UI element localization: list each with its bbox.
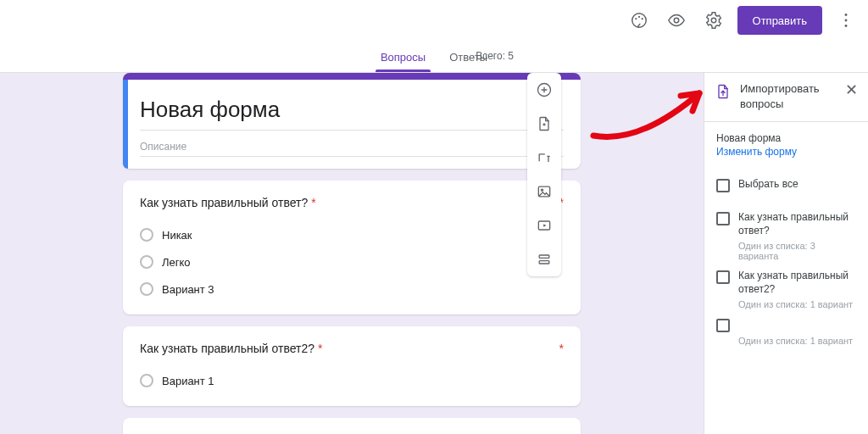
question-card[interactable]: Как узнать правильный ответ?* * Никак Ле… bbox=[123, 181, 581, 314]
close-icon[interactable]: ✕ bbox=[843, 81, 860, 98]
import-item-meta: Один из списка: 3 варианта bbox=[738, 241, 856, 261]
import-item-meta: Один из списка: 1 вариант bbox=[738, 336, 856, 346]
import-item-checkbox[interactable] bbox=[716, 212, 730, 225]
add-section-icon[interactable] bbox=[527, 242, 561, 276]
radio-icon bbox=[140, 374, 153, 387]
source-form-name: Новая форма bbox=[716, 132, 856, 144]
preview-icon[interactable] bbox=[659, 3, 693, 37]
question-title: Как узнать правильный ответ2? bbox=[140, 342, 314, 355]
radio-icon bbox=[140, 255, 153, 269]
option-label: Легко bbox=[162, 256, 191, 269]
option-label: Никак bbox=[162, 229, 192, 242]
option-label: Вариант 3 bbox=[162, 283, 214, 296]
tab-questions[interactable]: Вопросы bbox=[379, 51, 427, 72]
import-panel: Импортировать вопросы ✕ Новая форма Изме… bbox=[704, 73, 868, 434]
option-row[interactable]: Вариант 3 bbox=[140, 275, 564, 303]
palette-icon[interactable] bbox=[622, 3, 656, 37]
svg-rect-13 bbox=[539, 255, 549, 258]
import-questions-icon[interactable] bbox=[527, 107, 561, 141]
question-card[interactable]: Как узнать правильный ответ2?* * Вариант… bbox=[123, 326, 581, 406]
option-row[interactable]: Легко bbox=[140, 248, 564, 275]
svg-point-1 bbox=[635, 18, 637, 19]
import-item-title: Как узнать правильный ответ? bbox=[738, 211, 856, 237]
required-star: * bbox=[318, 342, 322, 355]
import-item-title: Как узнать правильный ответ2? bbox=[738, 270, 856, 296]
title-card[interactable]: Новая форма Описание bbox=[123, 73, 581, 169]
add-title-icon[interactable] bbox=[527, 141, 561, 175]
import-icon bbox=[715, 83, 732, 100]
change-form-link[interactable]: Изменить форму bbox=[716, 146, 856, 158]
select-all-checkbox[interactable] bbox=[716, 179, 730, 192]
svg-point-4 bbox=[674, 18, 679, 23]
svg-rect-14 bbox=[539, 261, 549, 264]
svg-point-8 bbox=[845, 25, 848, 27]
import-item-checkbox[interactable] bbox=[716, 270, 730, 284]
import-item-meta: Один из списка: 1 вариант bbox=[738, 299, 856, 309]
svg-point-5 bbox=[711, 18, 716, 23]
panel-title: Импортировать вопросы bbox=[740, 81, 834, 111]
tab-bar: Вопросы Ответы Всего: 5 bbox=[0, 41, 868, 73]
required-star: * bbox=[311, 196, 315, 209]
header: Отправить bbox=[0, 0, 868, 41]
option-label: Вариант 1 bbox=[162, 375, 214, 387]
radio-icon bbox=[140, 228, 153, 242]
question-card[interactable]: Вопрос Вариант 1 bbox=[123, 418, 581, 434]
option-row[interactable]: Никак bbox=[140, 221, 564, 248]
send-button[interactable]: Отправить bbox=[737, 6, 822, 35]
option-row[interactable]: Вариант 1 bbox=[140, 367, 564, 394]
form-title[interactable]: Новая форма bbox=[140, 95, 564, 131]
select-all-label: Выбрать все bbox=[738, 178, 798, 192]
form-description[interactable]: Описание bbox=[140, 136, 564, 157]
floating-toolbar bbox=[527, 73, 561, 276]
workspace: Новая форма Описание Как узнать правильн… bbox=[0, 73, 704, 434]
total-count: Всего: 5 bbox=[476, 50, 514, 62]
add-image-icon[interactable] bbox=[527, 175, 561, 209]
svg-point-6 bbox=[845, 14, 848, 16]
svg-point-7 bbox=[845, 19, 848, 22]
import-item-checkbox[interactable] bbox=[716, 319, 730, 332]
required-indicator: * bbox=[559, 342, 564, 355]
add-video-icon[interactable] bbox=[527, 209, 561, 242]
svg-point-2 bbox=[637, 16, 639, 18]
svg-point-11 bbox=[541, 189, 542, 191]
svg-point-3 bbox=[641, 18, 643, 19]
add-question-icon[interactable] bbox=[527, 73, 561, 107]
question-title: Как узнать правильный ответ? bbox=[140, 196, 308, 209]
settings-icon[interactable] bbox=[697, 3, 731, 37]
radio-icon bbox=[140, 282, 153, 296]
more-icon[interactable] bbox=[829, 3, 863, 37]
